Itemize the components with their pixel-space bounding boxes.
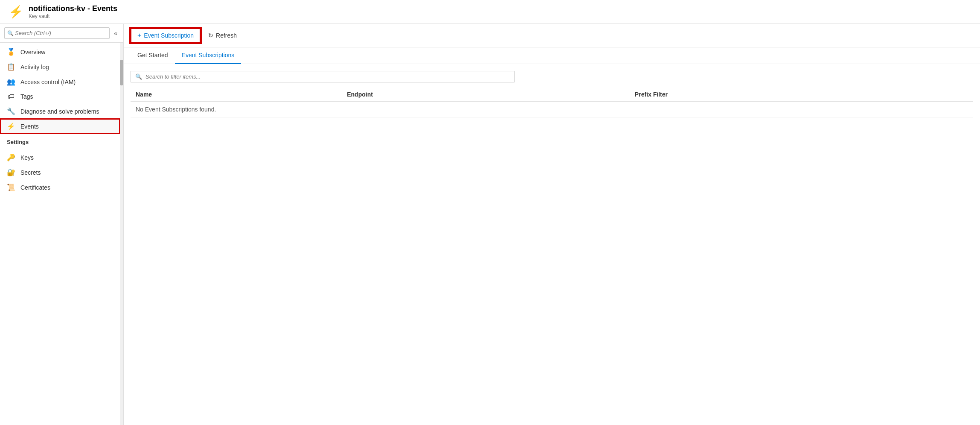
activity-log-icon: 📋	[7, 63, 15, 71]
sidebar-item-keys[interactable]: 🔑 Keys	[0, 150, 120, 165]
events-icon: ⚡	[7, 122, 15, 130]
sidebar-label-overview: Overview	[20, 49, 45, 56]
table-header: Name Endpoint Prefix Filter	[131, 88, 973, 102]
event-subscriptions-table: Name Endpoint Prefix Filter No Event Sub…	[131, 88, 973, 117]
access-control-icon: 👥	[7, 78, 15, 86]
secrets-icon: 🔐	[7, 168, 15, 176]
sidebar-item-diagnose[interactable]: 🔧 Diagnose and solve problems	[0, 104, 120, 119]
keys-icon: 🔑	[7, 153, 15, 161]
key-vault-icon: ⚡	[9, 5, 23, 19]
refresh-label: Refresh	[216, 32, 237, 39]
sidebar-item-secrets[interactable]: 🔐 Secrets	[0, 165, 120, 180]
table-body: No Event Subscriptions found.	[131, 102, 973, 117]
page-title: notifications-kv - Events	[29, 4, 117, 13]
sidebar-scrollbar[interactable]	[120, 43, 123, 425]
table-header-row: Name Endpoint Prefix Filter	[131, 88, 973, 102]
certificates-icon: 📜	[7, 183, 15, 191]
refresh-button[interactable]: ↻ Refresh	[202, 29, 243, 41]
sidebar-label-activity-log: Activity log	[20, 64, 49, 70]
sidebar-item-activity-log[interactable]: 📋 Activity log	[0, 59, 120, 74]
overview-icon: 🏅	[7, 48, 15, 56]
sidebar-item-events[interactable]: ⚡ Events	[0, 119, 120, 134]
settings-divider	[7, 148, 113, 148]
sidebar-search-area: 🔍 «	[0, 24, 123, 43]
table-search-bar: 🔍	[131, 71, 515, 82]
sidebar-scrollbar-thumb	[120, 60, 123, 85]
table-empty-row: No Event Subscriptions found.	[131, 102, 973, 117]
sidebar-label-access-control: Access control (IAM)	[20, 79, 76, 85]
col-endpoint: Endpoint	[342, 88, 630, 102]
tab-event-subscriptions[interactable]: Event Subscriptions	[175, 47, 241, 64]
search-wrapper: 🔍	[4, 27, 110, 39]
table-search-icon: 🔍	[135, 73, 142, 80]
tags-icon: 🏷	[7, 93, 15, 100]
sidebar-nav-area: 🏅 Overview 📋 Activity log 👥 Access contr…	[0, 43, 123, 425]
toolbar: + Event Subscription ↻ Refresh	[124, 24, 980, 47]
sidebar-label-certificates: Certificates	[20, 184, 50, 191]
sidebar-item-access-control[interactable]: 👥 Access control (IAM)	[0, 74, 120, 89]
refresh-icon: ↻	[208, 32, 213, 39]
col-name: Name	[131, 88, 342, 102]
event-subscription-button[interactable]: + Event Subscription	[131, 28, 201, 43]
sidebar-item-overview[interactable]: 🏅 Overview	[0, 44, 120, 59]
table-area: 🔍 Name Endpoint Prefix Filter No Event S…	[124, 64, 980, 425]
page-header: ⚡ notifications-kv - Events Key vault	[0, 0, 980, 24]
sidebar-search-input[interactable]	[4, 27, 110, 39]
search-icon: 🔍	[7, 30, 14, 36]
sidebar-label-secrets: Secrets	[20, 169, 41, 176]
main-content: + Event Subscription ↻ Refresh Get Start…	[124, 24, 980, 425]
sidebar-label-keys: Keys	[20, 154, 34, 161]
event-subscription-label: Event Subscription	[144, 32, 194, 39]
sidebar-item-certificates[interactable]: 📜 Certificates	[0, 180, 120, 195]
sidebar-label-events: Events	[20, 123, 39, 130]
sidebar-nav: 🏅 Overview 📋 Activity log 👥 Access contr…	[0, 43, 120, 195]
settings-section-header: Settings	[0, 134, 120, 147]
plus-icon: +	[137, 32, 141, 39]
col-prefix-filter: Prefix Filter	[630, 88, 973, 102]
tab-get-started[interactable]: Get Started	[131, 47, 175, 64]
collapse-button[interactable]: «	[112, 28, 119, 38]
diagnose-icon: 🔧	[7, 107, 15, 115]
sidebar-label-tags: Tags	[20, 93, 33, 100]
table-search-input[interactable]	[145, 73, 510, 80]
tabs-bar: Get Started Event Subscriptions	[124, 47, 980, 64]
sidebar: 🔍 « 🏅 Overview 📋 Activity log	[0, 24, 124, 425]
sidebar-content: 🏅 Overview 📋 Activity log 👥 Access contr…	[0, 43, 120, 425]
sidebar-label-diagnose: Diagnose and solve problems	[20, 108, 99, 115]
sidebar-item-tags[interactable]: 🏷 Tags	[0, 89, 120, 104]
page-subtitle: Key vault	[29, 13, 117, 19]
empty-message: No Event Subscriptions found.	[131, 102, 973, 117]
